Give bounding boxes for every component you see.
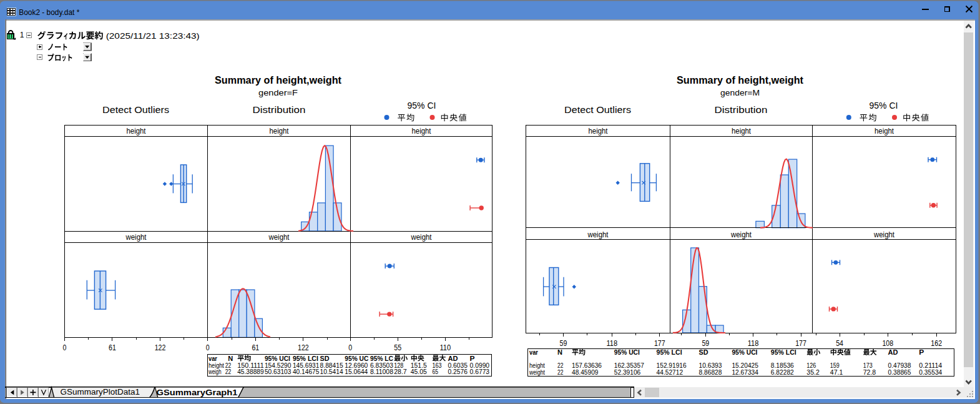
svg-text:N: N <box>557 348 562 356</box>
svg-text:height: height <box>875 126 894 135</box>
svg-text:108: 108 <box>882 338 893 348</box>
svg-text:GSummaryPlotData1: GSummaryPlotData1 <box>61 388 140 397</box>
svg-text:0.2576: 0.2576 <box>448 368 468 375</box>
svg-text:15.0644: 15.0644 <box>345 368 368 375</box>
svg-text:110: 110 <box>439 343 451 352</box>
svg-text:162: 162 <box>931 338 942 348</box>
svg-text:var: var <box>529 348 539 356</box>
svg-text:weight: weight <box>268 232 290 242</box>
svg-text:95% LCI: 95% LCI <box>657 348 682 356</box>
svg-text:P: P <box>919 348 924 356</box>
svg-text:122: 122 <box>298 343 309 352</box>
svg-text:height: height <box>732 126 751 135</box>
svg-text:weight: weight <box>730 230 752 239</box>
svg-text:52.39106: 52.39106 <box>614 368 641 376</box>
svg-text:weigh: weigh <box>208 368 221 375</box>
svg-text:0: 0 <box>63 343 67 352</box>
svg-text:55: 55 <box>394 343 401 352</box>
svg-text:40.14675: 40.14675 <box>293 368 320 375</box>
svg-text:8.11008: 8.11008 <box>370 368 393 375</box>
svg-text:0.6773: 0.6773 <box>470 368 490 375</box>
svg-text:gender=F: gender=F <box>258 89 298 97</box>
svg-text:(2025/11/21 13:23:43): (2025/11/21 13:23:43) <box>106 31 200 41</box>
svg-text:118: 118 <box>748 338 759 348</box>
svg-text:weight: weight <box>529 368 545 376</box>
svg-text:Book2 - body.dat *: Book2 - body.dat * <box>19 7 80 17</box>
svg-text:177: 177 <box>795 338 806 348</box>
svg-text:54: 54 <box>836 338 843 348</box>
svg-text:61: 61 <box>252 343 259 352</box>
svg-text:177: 177 <box>654 338 665 348</box>
svg-text:weight: weight <box>873 230 894 239</box>
svg-text:95% CI: 95% CI <box>870 100 898 111</box>
svg-text:Distribution: Distribution <box>253 104 306 115</box>
svg-text:122: 122 <box>155 343 166 352</box>
svg-text:35.2: 35.2 <box>806 368 820 376</box>
svg-text:72.8: 72.8 <box>863 368 876 376</box>
svg-text:1: 1 <box>20 31 24 39</box>
svg-text:SD: SD <box>699 348 708 356</box>
svg-text:45.38889: 45.38889 <box>237 368 264 375</box>
svg-text:95% UCI: 95% UCI <box>614 348 640 356</box>
svg-text:59: 59 <box>560 338 567 348</box>
svg-text:height: height <box>412 126 431 135</box>
svg-text:Detect Outliers: Detect Outliers <box>102 104 169 115</box>
svg-text:44.52712: 44.52712 <box>657 368 684 376</box>
svg-text:weight: weight <box>411 232 432 242</box>
svg-text:10.5414: 10.5414 <box>320 368 343 375</box>
svg-text:6.82282: 6.82282 <box>771 368 794 376</box>
svg-text:8.86828: 8.86828 <box>699 368 722 376</box>
svg-text:height: height <box>127 126 146 135</box>
svg-text:61: 61 <box>109 343 116 352</box>
svg-text:95% CI: 95% CI <box>408 100 436 111</box>
svg-text:22: 22 <box>225 368 232 375</box>
svg-text:GSummaryGraph1: GSummaryGraph1 <box>157 388 238 397</box>
svg-text:weight: weight <box>125 232 147 242</box>
svg-text:Summary of height,weight: Summary of height,weight <box>215 74 341 86</box>
svg-text:22: 22 <box>557 368 564 376</box>
svg-text:height: height <box>270 126 289 135</box>
svg-text:Detect Outliers: Detect Outliers <box>564 104 631 115</box>
svg-text:47.1: 47.1 <box>830 368 843 376</box>
svg-text:0: 0 <box>206 343 210 352</box>
svg-text:Summary of height,weight: Summary of height,weight <box>677 74 803 86</box>
svg-text:65: 65 <box>432 368 438 375</box>
svg-text:118: 118 <box>606 338 617 348</box>
svg-text:gender=M: gender=M <box>720 89 760 97</box>
svg-text:48.45909: 48.45909 <box>572 368 599 376</box>
svg-text:59: 59 <box>702 338 709 348</box>
svg-text:12.67334: 12.67334 <box>732 368 758 376</box>
svg-text:50.63103: 50.63103 <box>265 368 292 375</box>
svg-text:0: 0 <box>348 343 352 352</box>
svg-text:AD: AD <box>888 348 898 356</box>
svg-text:Distribution: Distribution <box>715 104 768 115</box>
svg-text:0.38865: 0.38865 <box>888 368 911 376</box>
svg-text:28.7: 28.7 <box>394 368 407 375</box>
svg-text:height: height <box>589 126 608 135</box>
svg-text:45.05: 45.05 <box>411 368 427 375</box>
svg-text:weight: weight <box>587 230 609 239</box>
svg-text:95% LCI: 95% LCI <box>771 348 796 356</box>
svg-text:0.35534: 0.35534 <box>919 368 942 376</box>
svg-text:95% UCI: 95% UCI <box>732 348 757 356</box>
